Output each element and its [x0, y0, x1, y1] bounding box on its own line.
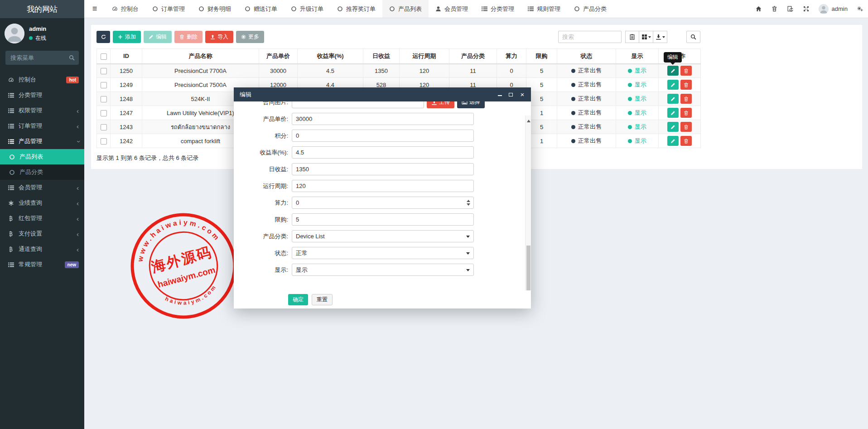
field-text[interactable]: 4.5: [292, 146, 474, 159]
row-delete-button[interactable]: [680, 94, 692, 104]
row-edit-button[interactable]: [667, 122, 679, 132]
column-header[interactable]: 显示: [616, 49, 659, 64]
sidebar-item-6[interactable]: 产品分类: [0, 164, 84, 180]
grid-button[interactable]: [639, 31, 653, 43]
refresh-page-button[interactable]: [782, 0, 798, 18]
column-header[interactable]: 产品单价: [259, 49, 298, 64]
tab-1[interactable]: 订单管理: [145, 0, 192, 18]
sidebar-item-0[interactable]: 控制台 hot: [0, 72, 84, 87]
row-checkbox[interactable]: [101, 110, 107, 116]
field-text[interactable]: 0: [292, 130, 474, 142]
sidebar-item-4[interactable]: 产品管理 ‹: [0, 134, 84, 149]
import-button[interactable]: 导入: [205, 31, 233, 43]
scroll-up-icon[interactable]: [527, 118, 530, 122]
column-header[interactable]: 运行周期: [400, 49, 449, 64]
column-header[interactable]: 产品名称: [142, 49, 259, 64]
sidebar-item-5[interactable]: 产品列表: [0, 149, 84, 164]
field-text[interactable]: 120: [292, 180, 474, 192]
row-delete-button[interactable]: [680, 108, 692, 118]
status-dot-icon: [571, 83, 575, 87]
sidebar-search-input[interactable]: [5, 51, 79, 65]
field-text[interactable]: 1350: [292, 163, 474, 175]
tab-7[interactable]: 会员管理: [429, 0, 475, 18]
download-button[interactable]: [653, 31, 667, 43]
delete-button[interactable]: 删除: [174, 31, 203, 43]
row-delete-button[interactable]: [680, 122, 692, 132]
spinner-icon[interactable]: [467, 200, 470, 206]
contract-image-input[interactable]: [292, 101, 424, 108]
cell-actions: [659, 134, 701, 148]
tab-2[interactable]: 财务明细: [192, 0, 238, 18]
sidebar-item-3[interactable]: 订单管理 ‹: [0, 118, 84, 134]
row-delete-button[interactable]: [680, 136, 692, 146]
settings-button[interactable]: [852, 0, 868, 18]
field-number[interactable]: 0: [292, 197, 474, 209]
edit-button[interactable]: 编辑: [144, 31, 172, 43]
column-header[interactable]: 产品分类: [449, 49, 497, 64]
sidebar-item-10[interactable]: 支付设置 ‹: [0, 226, 84, 241]
field-select[interactable]: 显示: [292, 264, 474, 276]
row-edit-button[interactable]: [667, 136, 679, 146]
home-button[interactable]: [751, 0, 767, 18]
row-delete-button[interactable]: [680, 80, 692, 90]
column-header[interactable]: 状态: [557, 49, 616, 64]
choose-button[interactable]: 选择: [457, 101, 485, 108]
tab-0[interactable]: 控制台: [105, 0, 145, 18]
sidebar-item-8[interactable]: 业绩查询 ‹: [0, 195, 84, 211]
upload-button[interactable]: 上传: [427, 101, 454, 108]
column-header[interactable]: 限购: [526, 49, 557, 64]
sidebar-item-11[interactable]: 通道查询 ‹: [0, 241, 84, 257]
sidebar-toggle-button[interactable]: ≡: [84, 0, 105, 18]
sidebar-item-2[interactable]: 权限管理 ‹: [0, 103, 84, 118]
sidebar-item-7[interactable]: 会员管理 ‹: [0, 180, 84, 195]
dialog-scrollbar[interactable]: [525, 116, 531, 290]
tab-9[interactable]: 规则管理: [521, 0, 567, 18]
row-checkbox[interactable]: [101, 96, 107, 102]
more-button[interactable]: 更多: [236, 31, 264, 43]
field-select[interactable]: 正常: [292, 247, 474, 259]
row-edit-button[interactable]: [667, 94, 679, 104]
row-edit-button[interactable]: [667, 66, 679, 76]
field-select[interactable]: Device List: [292, 230, 474, 242]
add-button[interactable]: 添加: [113, 31, 141, 43]
row-checkbox[interactable]: [101, 124, 107, 130]
column-header[interactable]: 日收益: [363, 49, 400, 64]
search-button[interactable]: [686, 31, 700, 43]
expand-button[interactable]: [798, 0, 814, 18]
tab-5[interactable]: 推荐奖订单: [330, 0, 382, 18]
refresh-button[interactable]: [96, 31, 110, 43]
confirm-button[interactable]: 确定: [288, 294, 308, 305]
row-checkbox[interactable]: [101, 68, 107, 74]
scrollbar-thumb[interactable]: [526, 246, 530, 290]
column-header[interactable]: 算力: [497, 49, 526, 64]
tab-8[interactable]: 分类管理: [475, 0, 521, 18]
column-header[interactable]: 收益率(%): [298, 49, 363, 64]
table-search-input[interactable]: [558, 31, 622, 43]
maximize-icon[interactable]: [509, 93, 513, 96]
field-text[interactable]: 30000: [292, 113, 474, 125]
tab-3[interactable]: 赠送订单: [238, 0, 284, 18]
field-label: 日收益:: [243, 165, 288, 174]
cell-id: 1242: [111, 134, 142, 148]
row-delete-button[interactable]: [680, 66, 692, 76]
column-header[interactable]: ID: [111, 49, 142, 64]
dialog-titlebar[interactable]: 编辑 ×: [234, 87, 531, 101]
field-text[interactable]: 5: [292, 213, 474, 226]
row-edit-button[interactable]: [667, 108, 679, 118]
tab-10[interactable]: 产品分类: [567, 0, 613, 18]
sidebar-item-1[interactable]: 分类管理: [0, 87, 84, 103]
sidebar-item-9[interactable]: 红包管理 ‹: [0, 211, 84, 226]
sidebar-item-12[interactable]: 常规管理 new: [0, 257, 84, 272]
select-all-checkbox[interactable]: [101, 53, 107, 60]
tab-4[interactable]: 升级订单: [284, 0, 330, 18]
row-edit-button[interactable]: [667, 80, 679, 90]
clipboard-button[interactable]: [625, 31, 639, 43]
trash-button[interactable]: [767, 0, 782, 18]
user-menu[interactable]: admin: [814, 0, 852, 18]
row-checkbox[interactable]: [101, 82, 107, 88]
row-checkbox[interactable]: [101, 138, 107, 145]
minimize-icon[interactable]: [498, 93, 502, 96]
reset-button[interactable]: 重置: [312, 294, 333, 305]
close-icon[interactable]: ×: [520, 92, 525, 97]
tab-6[interactable]: 产品列表: [382, 0, 429, 18]
